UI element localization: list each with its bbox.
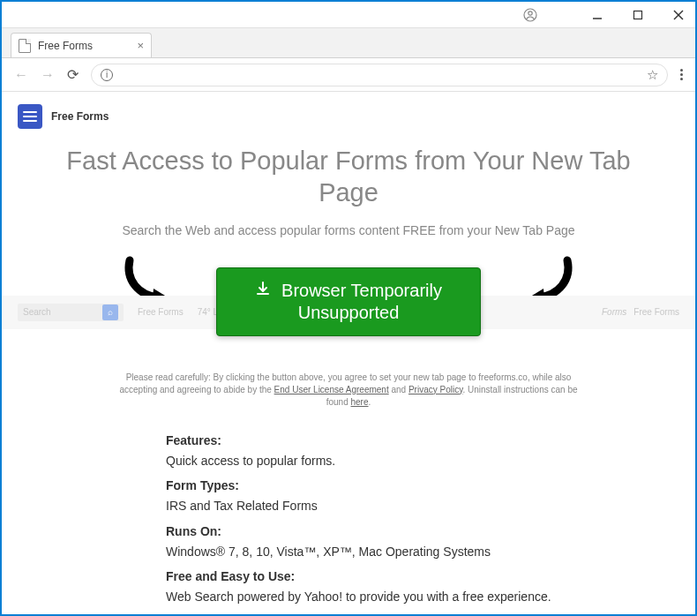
privacy-link[interactable]: Privacy Policy — [408, 385, 463, 394]
hero-subtitle: Search the Web and access popular forms … — [37, 223, 660, 237]
site-info-icon[interactable]: i — [101, 69, 113, 81]
page-content: Free Forms Fast Access to Popular Forms … — [2, 92, 695, 614]
download-icon — [255, 281, 271, 301]
window-titlebar — [2, 2, 695, 28]
feature-desc: Quick access to popular forms. — [166, 453, 619, 470]
preview-right-1: Forms — [602, 307, 626, 317]
feature-block: Features: Quick access to popular forms. — [166, 433, 619, 470]
feature-desc: Windows® 7, 8, 10, Vista™, XP™, Mac Oper… — [166, 544, 619, 561]
tab-title: Free Forms — [38, 40, 93, 52]
preview-link-1: Free Forms — [138, 307, 184, 317]
back-button[interactable]: ← — [14, 67, 28, 83]
cta-line2: Unsupported — [228, 303, 469, 323]
cta-line1: Browser Temporarily — [281, 281, 442, 301]
mid-row: Search ⌕ Free Forms 74° L Forms Free For… — [2, 257, 695, 363]
preview-link-2: 74° L — [198, 307, 218, 317]
brand-logo-icon — [18, 104, 42, 129]
omnibox[interactable]: i ☆ — [91, 64, 668, 86]
browser-tab[interactable]: Free Forms × — [11, 33, 152, 57]
close-button[interactable] — [671, 7, 686, 23]
brand-row: Free Forms — [2, 92, 695, 141]
feature-title: Free and Easy to Use: — [166, 569, 619, 583]
page-icon — [19, 39, 31, 53]
uninstall-here-link[interactable]: here — [351, 397, 369, 407]
tab-strip: Free Forms × — [2, 28, 695, 58]
disclaimer-text: Please read carefully: By clicking the b… — [2, 372, 695, 409]
bookmark-star-icon[interactable]: ☆ — [647, 67, 658, 83]
browser-menu-button[interactable] — [680, 69, 683, 80]
tab-close-icon[interactable]: × — [137, 39, 144, 52]
forward-button[interactable]: → — [41, 67, 55, 83]
install-button[interactable]: Browser Temporarily Unsupported — [216, 267, 481, 336]
svg-rect-3 — [634, 11, 642, 19]
reload-button[interactable]: ⟳ — [67, 66, 79, 83]
address-bar: ← → ⟳ i ☆ — [2, 58, 695, 92]
hero: Fast Access to Popular Forms from Your N… — [2, 145, 695, 237]
magnifier-icon: ⌕ — [102, 304, 118, 320]
feature-block: Free and Easy to Use: Web Search powered… — [166, 569, 619, 606]
user-icon[interactable] — [522, 7, 538, 23]
preview-right-2: Free Forms — [633, 307, 679, 317]
feature-title: Runs On: — [166, 524, 619, 538]
preview-search-placeholder: Search — [23, 307, 51, 317]
features-section: Features: Quick access to popular forms.… — [2, 409, 619, 615]
minimize-button[interactable] — [589, 7, 605, 23]
eula-link[interactable]: End User License Agreement — [274, 385, 389, 394]
feature-title: Features: — [166, 433, 619, 447]
feature-desc: Web Search powered by Yahoo! to provide … — [166, 589, 619, 606]
disclaimer-mid1: and — [389, 385, 408, 394]
preview-search: Search ⌕ — [18, 304, 124, 321]
feature-title: Form Types: — [166, 478, 619, 492]
page-viewport[interactable]: Free Forms Fast Access to Popular Forms … — [2, 92, 695, 614]
hero-title: Fast Access to Popular Forms from Your N… — [37, 145, 660, 209]
brand-name: Free Forms — [51, 110, 109, 123]
browser-window: Free Forms × ← → ⟳ i ☆ Free Forms Fast A… — [2, 2, 695, 614]
feature-block: Form Types: IRS and Tax Related Forms — [166, 478, 619, 515]
feature-desc: IRS and Tax Related Forms — [166, 498, 619, 515]
disclaimer-suffix: . — [369, 397, 371, 407]
svg-point-1 — [528, 11, 532, 14]
feature-block: Runs On: Windows® 7, 8, 10, Vista™, XP™,… — [166, 524, 619, 561]
maximize-button[interactable] — [630, 7, 646, 23]
